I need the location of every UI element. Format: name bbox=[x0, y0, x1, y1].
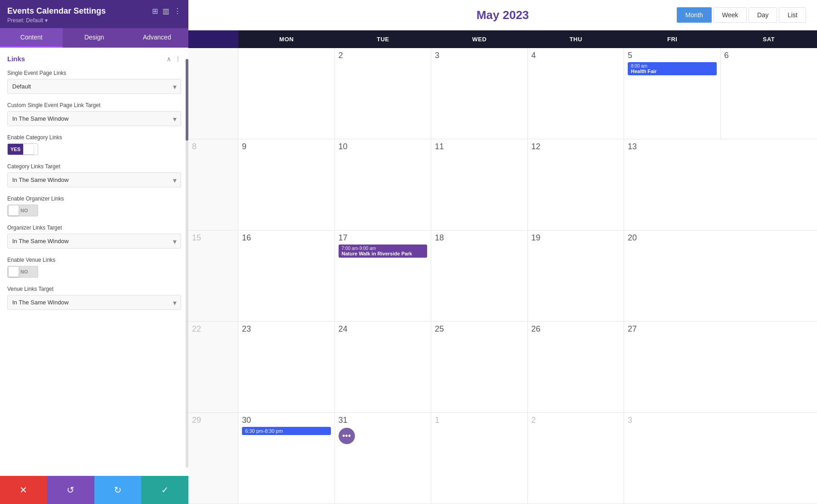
organizer-links-target-label: Organizer Links Target bbox=[7, 225, 181, 231]
custom-link-target-label: Custom Single Event Page Link Target bbox=[7, 102, 181, 108]
preset-label[interactable]: Preset: Default ▾ bbox=[7, 17, 181, 24]
month-view-button[interactable]: Month bbox=[677, 7, 712, 23]
panel-header: Events Calendar Settings ⊞ ▥ ⋮ Preset: D… bbox=[0, 0, 188, 28]
category-links-target-field: Category Links Target In The Same Window… bbox=[7, 163, 181, 187]
sun-header bbox=[188, 30, 238, 48]
single-event-links-field: Single Event Page Links Default Custom bbox=[7, 70, 181, 94]
section-more-icon[interactable]: ⋮ bbox=[175, 55, 181, 63]
custom-link-target-select[interactable]: In The Same Window In A New Window bbox=[7, 111, 181, 126]
week4-mon: 23 bbox=[238, 322, 335, 412]
tab-design[interactable]: Design bbox=[63, 28, 125, 48]
week2-mon: 9 bbox=[238, 139, 335, 230]
week1-thu-date: 4 bbox=[532, 51, 536, 60]
enable-organizer-links-label: Enable Organizer Links bbox=[7, 196, 181, 202]
week1-thu: 4 bbox=[528, 48, 625, 139]
venue-links-target-label: Venue Links Target bbox=[7, 286, 181, 292]
calendar-body: 2 3 4 5 8:00 am Health Fair 6 bbox=[188, 48, 817, 504]
mon-header: MON bbox=[238, 30, 335, 48]
week5-tue-date: 31 bbox=[339, 416, 348, 425]
venue-links-target-select[interactable]: In The Same Window In A New Window bbox=[7, 295, 181, 310]
week1-sat-date: 6 bbox=[724, 51, 729, 60]
week2-fri: 13 bbox=[624, 139, 721, 230]
week5-mon-date: 30 bbox=[242, 416, 251, 425]
sat-header: SAT bbox=[721, 30, 817, 48]
panel-title: Events Calendar Settings bbox=[7, 6, 106, 16]
left-panel: Events Calendar Settings ⊞ ▥ ⋮ Preset: D… bbox=[0, 0, 188, 504]
venue-toggle-knob bbox=[9, 267, 19, 277]
enable-category-links-field: Enable Category Links YES bbox=[7, 134, 181, 155]
week3-sun: 15 bbox=[188, 230, 238, 321]
week4-tue: 24 bbox=[335, 322, 432, 412]
enable-category-toggle[interactable]: YES bbox=[7, 143, 181, 155]
toggle-yes-label: YES bbox=[8, 144, 23, 155]
week3-sat: 20 bbox=[624, 230, 721, 321]
toggle-knob bbox=[24, 144, 34, 154]
more-events-button[interactable]: ••• bbox=[339, 428, 355, 444]
enable-organizer-links-field: Enable Organizer Links NO bbox=[7, 196, 181, 216]
week2-tue: 10 bbox=[335, 139, 432, 230]
week4-fri: 27 bbox=[624, 322, 721, 412]
nature-walk-name: Nature Walk in Riverside Park bbox=[342, 251, 424, 256]
columns-icon[interactable]: ▥ bbox=[162, 7, 169, 15]
week3-sat-date: 20 bbox=[628, 233, 637, 242]
week1-tue-date: 2 bbox=[339, 51, 343, 60]
week4-wed-date: 25 bbox=[435, 324, 444, 333]
organizer-toggle-switch[interactable]: NO bbox=[7, 205, 38, 216]
calendar-week-5: 29 30 6:30 pm-8:30 pm 31 ••• 1 2 bbox=[188, 413, 817, 504]
week3-wed-17: 17 7:00 am-9:00 am Nature Walk in Rivers… bbox=[335, 230, 432, 321]
custom-link-target-select-wrapper: In The Same Window In A New Window bbox=[7, 111, 181, 126]
week1-fri-date: 5 bbox=[628, 51, 632, 60]
venue-toggle-switch[interactable]: NO bbox=[7, 266, 38, 278]
header-icons: ⊞ ▥ ⋮ bbox=[152, 7, 181, 15]
category-toggle-switch[interactable]: YES bbox=[7, 143, 38, 155]
calendar-grid: MON TUE WED THU FRI SAT 2 3 bbox=[188, 30, 817, 504]
calendar-header: May 2023 Month Week Day List bbox=[188, 0, 817, 30]
calendar-title: May 2023 bbox=[477, 8, 529, 22]
tab-content[interactable]: Content bbox=[0, 28, 63, 48]
single-event-links-select[interactable]: Default Custom bbox=[7, 79, 181, 94]
enable-venue-links-field: Enable Venue Links NO bbox=[7, 257, 181, 278]
organizer-links-target-select-wrapper: In The Same Window In A New Window bbox=[7, 234, 181, 249]
week-view-button[interactable]: Week bbox=[714, 7, 747, 23]
week1-wed: 3 bbox=[431, 48, 528, 139]
week3-fri: 19 bbox=[528, 230, 625, 321]
panel-content: Links ∧ ⋮ Single Event Page Links Defaul… bbox=[0, 48, 188, 476]
section-title: Links bbox=[7, 55, 25, 63]
calendar-week-4: 22 23 24 25 26 27 bbox=[188, 322, 817, 413]
venue-links-target-field: Venue Links Target In The Same Window In… bbox=[7, 286, 181, 310]
week2-sun: 8 bbox=[188, 139, 238, 230]
list-view-button[interactable]: List bbox=[779, 7, 806, 23]
expand-icon[interactable]: ⊞ bbox=[152, 7, 158, 15]
week5-fri: 3 bbox=[624, 413, 721, 504]
undo-button[interactable]: ↺ bbox=[47, 476, 94, 504]
redo-button[interactable]: ↻ bbox=[94, 476, 142, 504]
tab-advanced[interactable]: Advanced bbox=[126, 28, 188, 48]
organizer-links-target-field: Organizer Links Target In The Same Windo… bbox=[7, 225, 181, 249]
cancel-button[interactable]: ✕ bbox=[0, 476, 47, 504]
week5-sun-date: 29 bbox=[192, 416, 201, 425]
week5-wed-date: 1 bbox=[435, 416, 439, 425]
collapse-icon[interactable]: ∧ bbox=[167, 55, 171, 63]
calendar-week-3: 15 16 17 7:00 am-9:00 am Nature Walk in … bbox=[188, 230, 817, 322]
health-fair-time: 8:00 am bbox=[631, 64, 714, 69]
section-header: Links ∧ ⋮ bbox=[7, 55, 181, 63]
nature-walk-time: 7:00 am-9:00 am bbox=[342, 246, 424, 251]
week5-wed: 1 bbox=[431, 413, 528, 504]
category-links-target-select[interactable]: In The Same Window In A New Window bbox=[7, 172, 181, 187]
health-fair-name: Health Fair bbox=[631, 69, 714, 74]
single-event-links-select-wrapper: Default Custom bbox=[7, 79, 181, 94]
right-panel: May 2023 Month Week Day List MON TUE WED… bbox=[188, 0, 817, 504]
more-icon[interactable]: ⋮ bbox=[174, 7, 181, 15]
save-button[interactable]: ✓ bbox=[141, 476, 188, 504]
week1-sat: 6 bbox=[721, 48, 817, 139]
day-view-button[interactable]: Day bbox=[748, 7, 777, 23]
last-event[interactable]: 6:30 pm-8:30 pm bbox=[242, 427, 331, 435]
week2-tue-date: 10 bbox=[339, 142, 348, 151]
single-event-links-label: Single Event Page Links bbox=[7, 70, 181, 76]
venue-links-target-select-wrapper: In The Same Window In A New Window bbox=[7, 295, 181, 310]
organizer-links-target-select[interactable]: In The Same Window In A New Window bbox=[7, 234, 181, 249]
nature-walk-event[interactable]: 7:00 am-9:00 am Nature Walk in Riverside… bbox=[339, 245, 428, 258]
panel-tabs: Content Design Advanced bbox=[0, 28, 188, 48]
health-fair-event[interactable]: 8:00 am Health Fair bbox=[628, 62, 717, 75]
week2-wed: 11 bbox=[431, 139, 528, 230]
